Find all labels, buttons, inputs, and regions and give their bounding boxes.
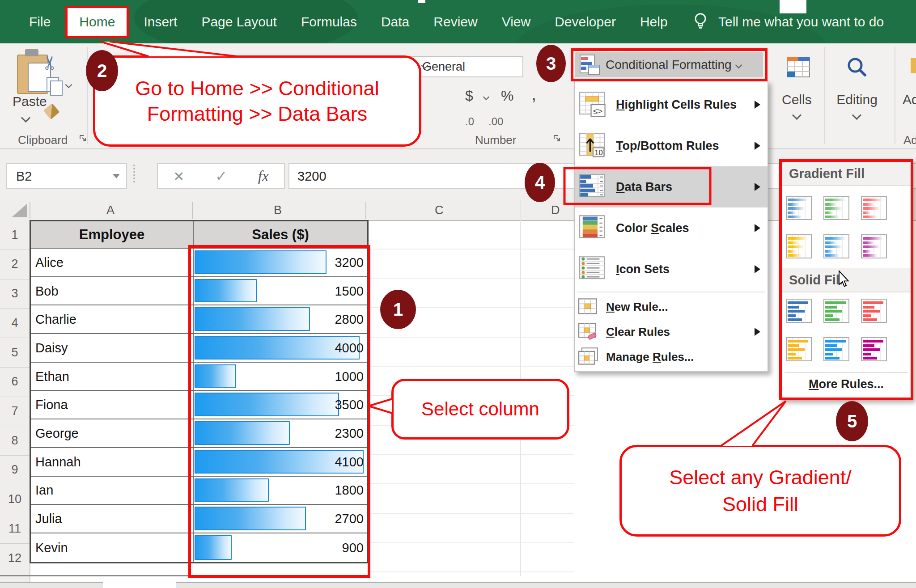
employee-name: Charlie [35,312,76,327]
sales-cell[interactable]: 2700 [194,505,367,533]
number-format-select[interactable]: General [407,56,523,77]
comma-style-icon[interactable]: , [531,84,536,104]
tab-review[interactable]: Review [421,14,489,30]
decrease-decimal-icon[interactable]: .00 [488,115,503,128]
editing-group-button[interactable]: Editing [835,92,879,107]
manage-rules-icon [578,347,598,366]
data-bars-icon [579,174,607,200]
employee-cell[interactable]: Ian [31,477,194,505]
tab-data[interactable]: Data [369,14,421,30]
employee-header-cell[interactable]: Employee [31,221,194,249]
sales-cell[interactable]: 4000 [194,334,367,363]
sales-header-cell[interactable]: Sales ($) [194,221,367,249]
sales-cell[interactable]: 4100 [194,448,367,477]
cut-icon[interactable]: ✂ [39,55,61,71]
row-header-12[interactable]: 12 [0,543,30,573]
paste-label[interactable]: Paste [13,94,47,109]
number-dialog-launcher-icon[interactable] [553,134,562,143]
cells-group-button[interactable]: Cells [782,92,811,107]
sales-cell[interactable]: 1000 [194,363,367,391]
editing-search-icon[interactable] [844,55,871,82]
solid-fill-swatch[interactable] [861,337,887,361]
solid-fill-swatch[interactable] [823,299,849,323]
menu-item-icon-sets[interactable]: Icon Sets [575,249,768,290]
gradient-fill-swatch[interactable] [823,196,849,220]
sales-cell[interactable]: 2300 [194,419,367,448]
sales-cell[interactable]: 2800 [194,305,367,334]
employee-cell[interactable]: Ethan [31,363,194,391]
column-header-c[interactable]: C [435,203,444,217]
increase-decimal-icon[interactable]: .0 [465,115,474,128]
employee-cell[interactable]: Charlie [31,305,194,334]
name-box-dropdown-icon[interactable] [113,174,120,178]
sales-cell[interactable]: 900 [194,533,367,562]
more-rules-button[interactable]: More Rules... [782,377,911,391]
gradient-fill-swatch[interactable] [861,234,887,258]
row-header-8[interactable]: 8 [0,426,30,456]
column-header-a[interactable]: A [106,203,114,217]
percent-style-icon[interactable]: % [501,88,513,104]
menu-item-data-bars[interactable]: Data Bars [575,166,768,207]
row-header-9[interactable]: 9 [0,455,30,485]
employee-cell[interactable]: Bob [31,277,194,306]
row-header-1[interactable]: 1 [0,220,30,250]
sales-cell[interactable]: 3500 [194,391,367,419]
select-all-icon[interactable] [12,204,27,217]
row-header-10[interactable]: 10 [0,485,30,515]
row-header-5[interactable]: 5 [0,338,30,368]
solid-fill-swatch[interactable] [786,299,812,323]
menu-item-highlight-cells-rules[interactable]: ≤> Highlight Cells Rules [575,84,768,125]
clipboard-dialog-launcher-icon[interactable] [79,134,88,143]
employee-cell[interactable]: Julia [31,505,194,533]
sales-cell[interactable]: 1800 [194,477,367,505]
menu-item-clear-rules[interactable]: Clear Rules [575,319,768,344]
tab-formulas[interactable]: Formulas [289,14,369,30]
enter-icon[interactable]: ✓ [215,168,227,185]
addins-button-partial[interactable]: Ad [903,92,916,107]
name-box[interactable]: B2 [6,163,127,189]
gradient-fill-swatch[interactable] [861,196,887,220]
menu-item-color-scales[interactable]: Color Scales [575,207,768,249]
tab-page-layout[interactable]: Page Layout [189,14,288,30]
row-header-4[interactable]: 4 [0,308,30,338]
insert-function-icon[interactable]: fx [258,168,269,185]
row-header-3[interactable]: 3 [0,279,30,309]
solid-fill-swatch[interactable] [861,299,887,323]
employee-cell[interactable]: Fiona [31,391,194,419]
employee-cell[interactable]: Alice [31,249,194,277]
row-header-7[interactable]: 7 [0,397,30,427]
employee-name: Julia [35,512,62,526]
tab-insert[interactable]: Insert [131,14,189,30]
conditional-formatting-label: Conditional Formatting [606,58,732,72]
employee-cell[interactable]: Daisy [31,334,194,363]
column-header-d[interactable]: D [551,203,560,217]
row-header-11[interactable]: 11 [0,514,30,544]
sales-cell[interactable]: 3200 [194,249,367,277]
sales-cell[interactable]: 1500 [194,277,367,306]
currency-format-icon[interactable]: $ [465,88,473,104]
solid-fill-swatch[interactable] [786,337,812,361]
gradient-fill-swatch[interactable] [786,196,812,220]
row-header-6[interactable]: 6 [0,367,30,397]
conditional-formatting-button[interactable]: Conditional Formatting [575,52,763,77]
employee-cell[interactable]: Kevin [31,533,194,562]
employee-cell[interactable]: George [31,419,194,448]
tell-me-box[interactable]: Tell me what you want to do [718,14,884,30]
tab-file[interactable]: File [17,14,63,30]
tab-home[interactable]: Home [65,6,129,38]
cells-icon[interactable] [786,54,812,81]
tab-help[interactable]: Help [628,14,680,30]
solid-fill-swatch[interactable] [823,337,849,361]
gradient-fill-swatch[interactable] [823,234,849,258]
cancel-icon[interactable]: ✕ [173,169,184,184]
scrollbar-fragment[interactable] [176,582,916,588]
tab-developer[interactable]: Developer [543,14,628,30]
menu-item-top-bottom-rules[interactable]: 10 Top/Bottom Rules [575,125,768,166]
row-header-2[interactable]: 2 [0,250,30,279]
menu-item-manage-rules[interactable]: Manage Rules... [575,344,768,369]
column-header-b[interactable]: B [274,203,282,217]
tab-view[interactable]: View [490,14,543,30]
employee-cell[interactable]: Hannah [31,448,194,477]
menu-item-new-rule[interactable]: New Rule... [575,294,768,319]
gradient-fill-swatch[interactable] [786,234,812,258]
